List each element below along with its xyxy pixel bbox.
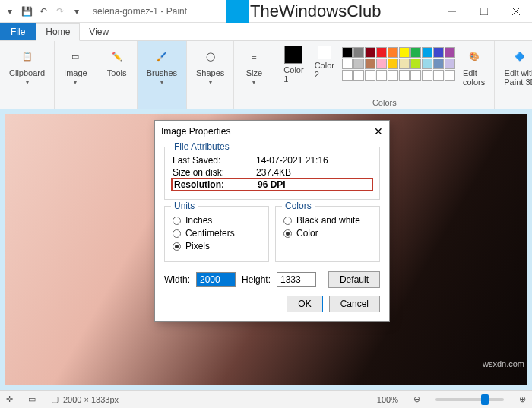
last-saved-value: 14-07-2021 21:16 bbox=[256, 155, 328, 166]
window-title: selena-gomez-1 - Paint bbox=[93, 6, 187, 17]
paint3d-button[interactable]: 🔷 Edit with Paint 3D bbox=[501, 44, 532, 88]
close-button[interactable] bbox=[500, 0, 532, 23]
color-bw-radio[interactable]: Black and white bbox=[283, 215, 372, 226]
width-input[interactable]: 2000 bbox=[196, 272, 236, 287]
select-icon: ▭ bbox=[65, 46, 86, 67]
default-button[interactable]: Default bbox=[328, 271, 380, 288]
palette-swatch[interactable] bbox=[422, 70, 432, 81]
zoom-slider[interactable] bbox=[435, 398, 504, 401]
app-menu-icon[interactable]: ▾ bbox=[3, 5, 17, 18]
ribbon: 📋 Clipboard▾ ▭ Image▾ ✏️ Tools 🖌️ Brushe… bbox=[0, 41, 532, 109]
palette-swatch[interactable] bbox=[353, 47, 364, 58]
size-icon: ≡ bbox=[243, 46, 264, 67]
brushes-button[interactable]: 🖌️ Brushes▾ bbox=[144, 44, 180, 87]
palette-swatch[interactable] bbox=[399, 47, 410, 58]
palette-swatch[interactable] bbox=[365, 70, 375, 81]
clipboard-button[interactable]: 📋 Clipboard▾ bbox=[6, 44, 48, 87]
file-attributes-legend: File Attributes bbox=[171, 141, 233, 152]
palette-swatch[interactable] bbox=[445, 70, 455, 81]
palette-swatch[interactable] bbox=[445, 47, 455, 58]
palette-swatch[interactable] bbox=[376, 59, 387, 69]
color2-button[interactable]: Color 2 bbox=[312, 44, 337, 88]
unit-centimeters-radio[interactable]: Centimeters bbox=[173, 228, 261, 239]
watermark: wsxdn.com bbox=[483, 359, 524, 368]
dialog-titlebar[interactable]: Image Properties ✕ bbox=[155, 121, 389, 142]
palette-swatch[interactable] bbox=[433, 70, 444, 81]
ribbon-tabs: File Home View bbox=[0, 23, 532, 41]
redo-icon[interactable]: ↷ bbox=[53, 5, 67, 18]
cursor-position: ✛ bbox=[6, 394, 13, 404]
selection-size: ▭ bbox=[28, 394, 36, 404]
palette-swatch[interactable] bbox=[388, 70, 398, 81]
group-shapes: ◯ Shapes▾ bbox=[187, 41, 234, 109]
palette-swatch[interactable] bbox=[422, 47, 432, 58]
color2-swatch bbox=[318, 46, 331, 59]
palette-swatch[interactable] bbox=[342, 59, 353, 69]
zoom-in-button[interactable]: ⊕ bbox=[519, 394, 526, 404]
palette-swatch[interactable] bbox=[353, 70, 364, 81]
palette-swatch[interactable] bbox=[399, 70, 410, 81]
palette-swatch[interactable] bbox=[410, 70, 421, 81]
colors-legend: Colors bbox=[282, 201, 315, 211]
quick-access-toolbar: ▾ 💾 ↶ ↷ ▾ bbox=[0, 5, 87, 18]
height-label: Height: bbox=[242, 274, 271, 285]
brand-overlay: TheWindowsClub bbox=[226, 0, 381, 23]
minimize-button[interactable] bbox=[436, 0, 468, 23]
edit-colors-button[interactable]: 🎨 Edit colors bbox=[460, 44, 488, 88]
maximize-button[interactable] bbox=[468, 0, 500, 23]
tools-button[interactable]: ✏️ Tools bbox=[103, 44, 131, 79]
image-button[interactable]: ▭ Image▾ bbox=[61, 44, 90, 87]
palette-swatch[interactable] bbox=[399, 59, 410, 69]
width-label: Width: bbox=[164, 274, 190, 285]
palette-swatch[interactable] bbox=[376, 47, 387, 58]
ok-button[interactable]: OK bbox=[287, 296, 322, 312]
zoom-thumb[interactable] bbox=[481, 394, 489, 405]
shapes-button[interactable]: ◯ Shapes▾ bbox=[193, 44, 227, 87]
undo-icon[interactable]: ↶ bbox=[36, 5, 50, 18]
dialog-close-icon[interactable]: ✕ bbox=[374, 125, 383, 138]
tab-home[interactable]: Home bbox=[36, 23, 80, 41]
image-dimensions: ▢2000 × 1333px bbox=[51, 394, 119, 404]
size-button[interactable]: ≡ Size▾ bbox=[240, 44, 268, 87]
size-on-disk-label: Size on disk: bbox=[173, 167, 256, 178]
color-color-radio[interactable]: Color bbox=[283, 228, 372, 239]
svg-rect-1 bbox=[480, 8, 488, 15]
group-clipboard: 📋 Clipboard▾ bbox=[0, 41, 55, 109]
color1-swatch bbox=[284, 46, 302, 64]
brand-text: TheWindowsClub bbox=[250, 2, 381, 21]
zoom-out-button[interactable]: ⊖ bbox=[413, 394, 420, 404]
units-group: Units Inches Centimeters Pixels bbox=[164, 206, 269, 262]
palette-swatch[interactable] bbox=[388, 59, 398, 69]
colors-group-label: Colors bbox=[372, 98, 397, 107]
pencil-icon: ✏️ bbox=[106, 46, 128, 67]
unit-pixels-radio[interactable]: Pixels bbox=[173, 241, 261, 251]
palette-swatch[interactable] bbox=[365, 47, 375, 58]
tab-view[interactable]: View bbox=[80, 23, 118, 40]
palette-swatch[interactable] bbox=[388, 47, 398, 58]
palette-swatch[interactable] bbox=[445, 59, 455, 69]
file-menu[interactable]: File bbox=[0, 23, 36, 40]
color-palette[interactable] bbox=[342, 44, 455, 88]
palette-swatch[interactable] bbox=[342, 47, 353, 58]
palette-swatch[interactable] bbox=[353, 59, 364, 69]
last-saved-label: Last Saved: bbox=[173, 155, 256, 166]
height-input[interactable]: 1333 bbox=[277, 272, 316, 287]
group-tools: ✏️ Tools bbox=[97, 41, 138, 109]
paint3d-icon: 🔷 bbox=[509, 46, 530, 67]
save-icon[interactable]: 💾 bbox=[20, 5, 33, 18]
palette-swatch[interactable] bbox=[433, 59, 444, 69]
palette-swatch[interactable] bbox=[342, 70, 353, 81]
size-on-disk-value: 237.4KB bbox=[256, 167, 291, 178]
qat-customize-icon[interactable]: ▾ bbox=[70, 5, 84, 18]
cancel-button[interactable]: Cancel bbox=[329, 296, 380, 312]
unit-inches-radio[interactable]: Inches bbox=[173, 215, 261, 226]
palette-swatch[interactable] bbox=[410, 47, 421, 58]
palette-swatch[interactable] bbox=[410, 59, 421, 69]
dialog-title: Image Properties bbox=[161, 126, 230, 137]
group-size: ≡ Size▾ bbox=[234, 41, 274, 109]
palette-swatch[interactable] bbox=[433, 47, 444, 58]
palette-swatch[interactable] bbox=[365, 59, 375, 69]
palette-swatch[interactable] bbox=[376, 70, 387, 81]
color1-button[interactable]: Color 1 bbox=[280, 44, 306, 88]
palette-swatch[interactable] bbox=[422, 59, 432, 69]
